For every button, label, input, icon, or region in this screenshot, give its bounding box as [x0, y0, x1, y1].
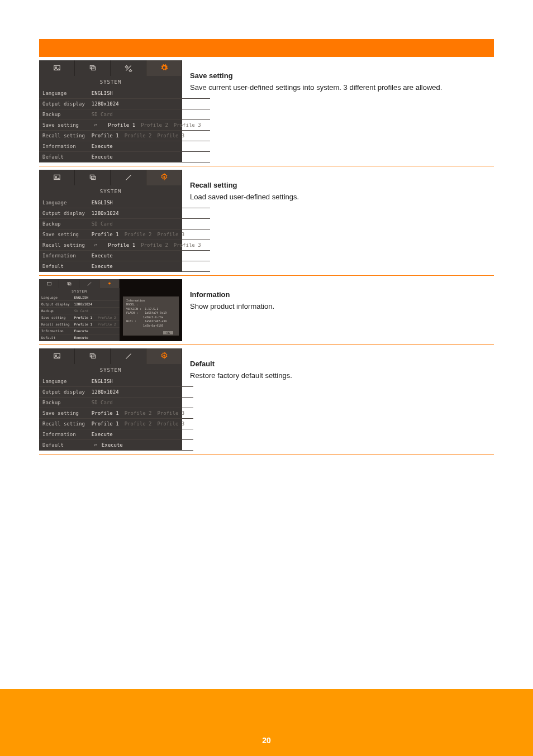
profile-2[interactable]: Profile 2: [98, 315, 116, 319]
row-output-label[interactable]: Output display: [39, 208, 88, 219]
tab-tools[interactable]: [111, 60, 146, 76]
row-recall-label[interactable]: Recall setting: [39, 240, 88, 251]
info-popup: Information MODEL : VERSION : 1.17.5.1 F…: [123, 296, 179, 336]
row-save-label[interactable]: Save setting: [39, 314, 72, 321]
row-default-label[interactable]: Default: [39, 152, 88, 162]
row-default-label[interactable]: Default: [39, 334, 72, 341]
tab-layers[interactable]: [75, 348, 111, 364]
row-save-label[interactable]: Save setting: [39, 229, 88, 240]
osd-title: SYSTEM: [39, 185, 182, 198]
tab-tools[interactable]: [111, 170, 146, 185]
tab-system[interactable]: [99, 279, 120, 288]
row-language-label[interactable]: Language: [39, 88, 88, 99]
row-info-value[interactable]: Execute: [88, 141, 210, 152]
row-info-label[interactable]: Information: [39, 328, 72, 334]
profile-1[interactable]: Profile 1: [108, 242, 135, 248]
profile-2[interactable]: Profile 2: [125, 133, 152, 138]
tab-system[interactable]: [146, 60, 182, 76]
row-recall-profiles[interactable]: Profile 1Profile 2Profile 3: [88, 419, 193, 429]
profile-3[interactable]: Profile 3: [174, 122, 201, 128]
row-language-label[interactable]: Language: [39, 198, 88, 208]
page-footer: 20: [0, 689, 533, 756]
row-save-label[interactable]: Save setting: [39, 120, 88, 131]
row-save-label[interactable]: Save setting: [39, 408, 88, 419]
row-backup-value[interactable]: SD Card: [88, 219, 210, 229]
tab-layers[interactable]: [75, 60, 111, 76]
tab-picture[interactable]: [39, 279, 59, 288]
tab-layers[interactable]: [75, 170, 111, 185]
desc-recall: Recall setting Load saved user-defined s…: [190, 170, 494, 201]
tab-tools[interactable]: [79, 279, 99, 288]
tab-picture[interactable]: [39, 170, 75, 185]
profile-3[interactable]: Profile 3: [157, 410, 184, 416]
row-output-label[interactable]: Output display: [39, 387, 88, 398]
row-output-value[interactable]: 1280x1024: [88, 208, 210, 219]
divider: [39, 275, 494, 276]
tab-layers[interactable]: [59, 279, 79, 288]
row-output-label[interactable]: Output display: [39, 301, 72, 308]
profile-2[interactable]: Profile 2: [141, 122, 168, 128]
row-default-label[interactable]: Default: [39, 261, 88, 272]
row-save-profiles[interactable]: ⏎ Profile 1Profile 2Profile 3: [88, 120, 210, 131]
tab-picture[interactable]: [39, 348, 75, 364]
tab-system[interactable]: [146, 170, 182, 185]
profile-2[interactable]: Profile 2: [125, 410, 152, 416]
profile-2[interactable]: Profile 2: [141, 242, 168, 248]
info-wifi2: 1a5b-6a-0105: [126, 324, 175, 328]
row-output-value[interactable]: 1280x1024: [88, 99, 210, 109]
svg-point-8: [163, 176, 165, 178]
profile-3[interactable]: Profile 3: [157, 133, 184, 138]
row-language-value[interactable]: ENGLISH: [88, 376, 193, 387]
tab-picture[interactable]: [39, 60, 75, 76]
profile-3[interactable]: Profile 3: [174, 242, 201, 248]
tab-system[interactable]: [146, 348, 182, 364]
row-language-label[interactable]: Language: [39, 376, 88, 387]
row-language-label[interactable]: Language: [39, 294, 72, 301]
row-backup-value[interactable]: SD Card: [88, 109, 210, 120]
row-default-value[interactable]: ⏎Execute: [88, 440, 193, 451]
info-version: VERSION : 1.17.5.1: [126, 307, 175, 312]
profile-2[interactable]: Profile 2: [125, 232, 152, 237]
row-default-value[interactable]: Execute: [88, 152, 210, 162]
desc-info-title: Information: [190, 290, 494, 299]
row-info-value[interactable]: Execute: [88, 429, 193, 440]
row-save-profiles[interactable]: Profile 1Profile 2Profile 3: [88, 408, 193, 419]
profile-2[interactable]: Profile 2: [125, 421, 152, 427]
row-save-profiles[interactable]: Profile 1Profile 2Profile 3: [88, 229, 210, 240]
profile-1[interactable]: Profile 1: [92, 232, 119, 237]
profile-1[interactable]: Profile 1: [108, 122, 135, 128]
row-default-label[interactable]: Default: [39, 440, 88, 451]
info-ok-button[interactable]: OK: [163, 331, 173, 334]
profile-1[interactable]: Profile 1: [92, 133, 119, 138]
row-backup-label[interactable]: Backup: [39, 398, 88, 408]
row-info-label[interactable]: Information: [39, 141, 88, 152]
enter-arrow-icon: ⏎: [92, 442, 99, 448]
row-output-label[interactable]: Output display: [39, 99, 88, 109]
row-output-value[interactable]: 1280x1024: [88, 387, 193, 398]
row-recall-label[interactable]: Recall setting: [39, 131, 88, 141]
row-default-value[interactable]: Execute: [88, 261, 210, 272]
profile-1[interactable]: Profile 1: [74, 322, 93, 326]
profile-1[interactable]: Profile 1: [92, 410, 119, 416]
row-recall-profiles[interactable]: ⏎ Profile 1Profile 2Profile 3: [88, 240, 210, 251]
row-backup-label[interactable]: Backup: [39, 219, 88, 229]
row-backup-label[interactable]: Backup: [39, 109, 88, 120]
profile-1[interactable]: Profile 1: [74, 315, 93, 319]
osd-tabbar: [39, 279, 120, 288]
row-info-value[interactable]: Execute: [88, 251, 210, 261]
row-backup-label[interactable]: Backup: [39, 308, 72, 314]
tab-tools[interactable]: [111, 348, 146, 364]
row-info-label[interactable]: Information: [39, 429, 88, 440]
row-recall-label[interactable]: Recall setting: [39, 321, 72, 328]
row-recall-profiles[interactable]: Profile 1Profile 2Profile 3: [88, 131, 210, 141]
header-bar: [39, 39, 494, 56]
row-info-label[interactable]: Information: [39, 251, 88, 261]
row-backup-value[interactable]: SD Card: [88, 398, 193, 408]
profile-1[interactable]: Profile 1: [92, 421, 119, 427]
profile-2[interactable]: Profile 2: [98, 322, 116, 326]
desc-save-body: Save current user-defined settings into …: [190, 83, 494, 92]
row-recall-label[interactable]: Recall setting: [39, 419, 88, 429]
profile-3[interactable]: Profile 3: [157, 421, 184, 427]
profile-3[interactable]: Profile 3: [157, 232, 184, 237]
osd-tabbar: [39, 170, 182, 185]
